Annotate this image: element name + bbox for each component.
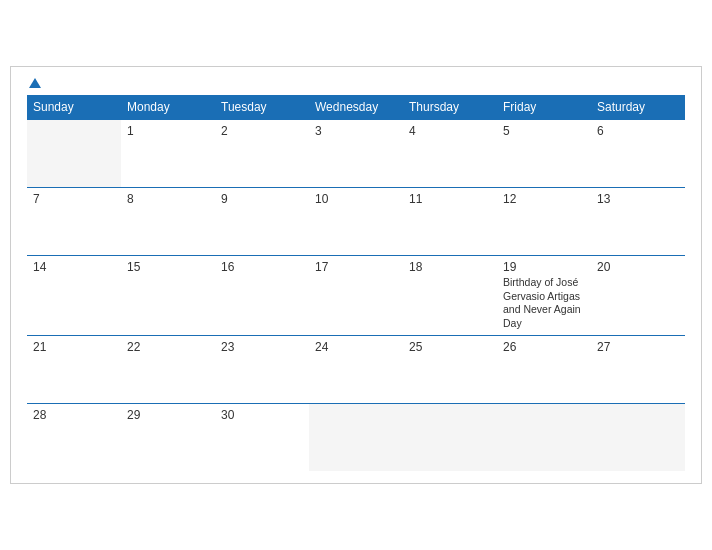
day-number: 3: [315, 124, 397, 138]
day-number: 20: [597, 260, 679, 274]
day-number: 10: [315, 192, 397, 206]
day-number: 27: [597, 340, 679, 354]
calendar-cell: 2: [215, 119, 309, 187]
calendar-cell: 19Birthday of José Gervasio Artigas and …: [497, 255, 591, 335]
weekday-header-friday: Friday: [497, 95, 591, 120]
day-number: 30: [221, 408, 303, 422]
week-row: 123456: [27, 119, 685, 187]
logo-triangle-icon: [29, 78, 41, 88]
calendar-cell: [27, 119, 121, 187]
calendar-cell: [591, 403, 685, 471]
day-number: 7: [33, 192, 115, 206]
calendar-cell: 30: [215, 403, 309, 471]
day-number: 12: [503, 192, 585, 206]
day-number: 13: [597, 192, 679, 206]
calendar-cell: [309, 403, 403, 471]
day-number: 29: [127, 408, 209, 422]
weekday-header-saturday: Saturday: [591, 95, 685, 120]
calendar-cell: 26: [497, 335, 591, 403]
day-number: 16: [221, 260, 303, 274]
logo: [27, 76, 41, 90]
day-number: 25: [409, 340, 491, 354]
day-number: 18: [409, 260, 491, 274]
calendar-cell: 16: [215, 255, 309, 335]
calendar-cell: 14: [27, 255, 121, 335]
logo-blue-text: [27, 76, 41, 90]
calendar-cell: 22: [121, 335, 215, 403]
calendar-cell: 6: [591, 119, 685, 187]
calendar-cell: 27: [591, 335, 685, 403]
day-number: 2: [221, 124, 303, 138]
calendar-cell: 20: [591, 255, 685, 335]
calendar-cell: 15: [121, 255, 215, 335]
day-number: 8: [127, 192, 209, 206]
day-number: 21: [33, 340, 115, 354]
calendar-cell: 3: [309, 119, 403, 187]
calendar-cell: 24: [309, 335, 403, 403]
event-text: Birthday of José Gervasio Artigas and Ne…: [503, 276, 585, 331]
day-number: 23: [221, 340, 303, 354]
calendar-cell: 1: [121, 119, 215, 187]
calendar-cell: [403, 403, 497, 471]
calendar-cell: 5: [497, 119, 591, 187]
calendar-cell: 9: [215, 187, 309, 255]
calendar-cell: 12: [497, 187, 591, 255]
calendar-cell: 18: [403, 255, 497, 335]
weekday-header-monday: Monday: [121, 95, 215, 120]
calendar-cell: 21: [27, 335, 121, 403]
calendar-cell: 25: [403, 335, 497, 403]
day-number: 22: [127, 340, 209, 354]
day-number: 14: [33, 260, 115, 274]
weekday-header-wednesday: Wednesday: [309, 95, 403, 120]
day-number: 15: [127, 260, 209, 274]
day-number: 6: [597, 124, 679, 138]
weekday-header-thursday: Thursday: [403, 95, 497, 120]
day-number: 26: [503, 340, 585, 354]
day-number: 24: [315, 340, 397, 354]
day-number: 9: [221, 192, 303, 206]
week-row: 141516171819Birthday of José Gervasio Ar…: [27, 255, 685, 335]
calendar-cell: 7: [27, 187, 121, 255]
weekday-header-sunday: Sunday: [27, 95, 121, 120]
calendar-cell: 23: [215, 335, 309, 403]
calendar-table: SundayMondayTuesdayWednesdayThursdayFrid…: [27, 95, 685, 471]
day-number: 4: [409, 124, 491, 138]
day-number: 11: [409, 192, 491, 206]
calendar-cell: 28: [27, 403, 121, 471]
week-row: 282930: [27, 403, 685, 471]
calendar-cell: 10: [309, 187, 403, 255]
calendar-container: SundayMondayTuesdayWednesdayThursdayFrid…: [10, 66, 702, 484]
weekday-header-row: SundayMondayTuesdayWednesdayThursdayFrid…: [27, 95, 685, 120]
day-number: 19: [503, 260, 585, 274]
calendar-cell: 8: [121, 187, 215, 255]
day-number: 28: [33, 408, 115, 422]
calendar-cell: 4: [403, 119, 497, 187]
week-row: 21222324252627: [27, 335, 685, 403]
calendar-cell: 17: [309, 255, 403, 335]
calendar-cell: 11: [403, 187, 497, 255]
calendar-cell: 29: [121, 403, 215, 471]
day-number: 5: [503, 124, 585, 138]
day-number: 17: [315, 260, 397, 274]
calendar-cell: [497, 403, 591, 471]
week-row: 78910111213: [27, 187, 685, 255]
day-number: 1: [127, 124, 209, 138]
weekday-header-tuesday: Tuesday: [215, 95, 309, 120]
calendar-cell: 13: [591, 187, 685, 255]
